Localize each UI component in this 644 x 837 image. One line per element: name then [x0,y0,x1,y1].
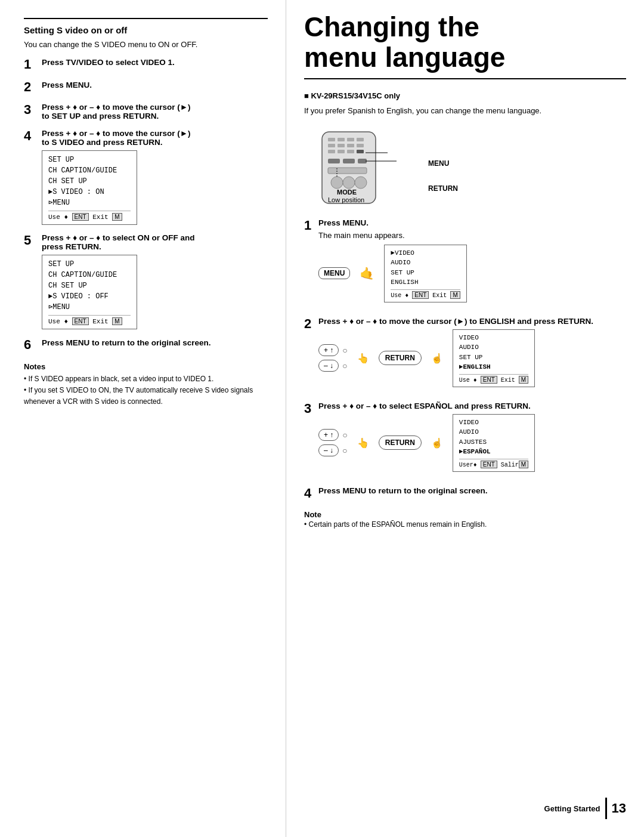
step-5-line1: Press + ♦ or – ♦ to select ON or OFF and [42,233,268,242]
svg-rect-12 [357,150,364,153]
svg-rect-9 [328,150,335,153]
right-screen-1: ►VIDEO AUDIO SET UP ENGLISH Use ♦ ENT Ex… [384,245,466,302]
right-note-title: Note [304,510,626,519]
svg-point-19 [355,177,367,189]
ctrl-btn-row-down: – ↓ ○ [318,360,348,372]
right-screen-3: VIDEO AUDIO AJUSTES ►ESPAÑOL User♦ ENT S… [453,414,535,472]
menu5-line2: CH CAPTION/GUIDE [48,270,131,280]
footer-bar [605,798,607,819]
step-5-content: Press + ♦ or – ♦ to select ON or OFF and… [42,233,268,329]
ctrl-btn-row-up-3: + ↑ ○ [318,429,348,441]
right-note: Note • Certain parts of the ESPAÑOL menu… [304,510,626,530]
menu-button-display: MENU [318,267,350,279]
step-5-menu: SET UP CH CAPTION/GUIDE CH SET UP ►S VID… [42,255,137,329]
right-step-2-num: 2 [304,317,318,331]
svg-rect-2 [338,138,345,141]
section-title: Setting S video on or off [24,25,268,35]
right-step-1: 1 Press MENU. The main menu appears. MEN… [304,218,626,307]
right-step-4-bold: Press MENU to return to the original scr… [318,486,626,495]
step-3-line2: to SET UP and press RETURN. [42,112,268,121]
right-step-1-row: MENU 🤙 ►VIDEO AUDIO SET UP ENGLISH Use ♦… [318,245,626,302]
right-step-1-bold: Press MENU. [318,218,626,227]
top-divider [24,18,268,19]
footer-page-number: 13 [612,801,626,816]
right-step-4: 4 Press MENU to return to the original s… [304,486,626,501]
step-4: 4 Press + ♦ or – ♦ to move the cursor (►… [24,129,268,225]
down-btn-3: – ↓ [318,444,339,456]
step-4-content: Press + ♦ or – ♦ to move the cursor (►) … [42,129,268,225]
step-6-text: Press MENU to return to the original scr… [42,338,211,347]
step-3-number: 3 [24,103,42,117]
right-step-4-num: 4 [304,486,318,501]
step-5: 5 Press + ♦ or – ♦ to select ON or OFF a… [24,233,268,329]
menu4-line2: CH CAPTION/GUIDE [48,165,131,176]
rscreen2-use: Use ♦ ENT Exit M [459,374,528,384]
rscreen2-l1: VIDEO [459,333,528,343]
svg-rect-4 [357,138,364,141]
right-intro: If you prefer Spanish to English, you ca… [304,105,626,117]
step-6: 6 Press MENU to return to the original s… [24,338,268,352]
svg-rect-15 [358,159,367,163]
remote-svg [304,129,423,206]
footer: Getting Started 13 [544,798,626,819]
note-2: • If you set S VIDEO to ON, the TV autom… [24,385,268,407]
step-2-content: Press MENU. [42,80,268,89]
menu4-line5: ⊳MENU [48,197,131,208]
menu4-use-line: Use ♦ ENT Exit M [48,211,131,221]
right-step-3-content: Press + ♦ or – ♦ to select ESPAÑOL and p… [318,401,626,477]
step-1-content: Press TV/VIDEO to select VIDEO 1. [42,57,268,67]
note-1: • If S VIDEO appears in black, set a vid… [24,373,268,385]
right-step-2-row: + ↑ ○ – ↓ ○ 👆 RETURN ☝ VIDEO AUDIO SET U… [318,329,626,387]
step-1-number: 1 [24,57,42,72]
step-5-line2: press RETURN. [42,242,268,251]
right-step-3: 3 Press + ♦ or – ♦ to select ESPAÑOL and… [304,401,626,477]
menu4-line1: SET UP [48,155,131,165]
rscreen1-l1: ►VIDEO [391,248,460,258]
svg-rect-8 [357,144,364,147]
right-step-4-content: Press MENU to return to the original scr… [318,486,626,499]
rscreen3-l1: VIDEO [459,418,528,428]
menu4-line4: ►S VIDEO : ON [48,187,131,197]
step-3: 3 Press + ♦ or – ♦ to move the cursor (►… [24,103,268,121]
step-1-text: Press TV/VIDEO to select VIDEO 1. [42,58,175,67]
hand-icon-1: 🤙 [360,266,374,280]
right-screen-2: VIDEO AUDIO SET UP ►ENGLISH Use ♦ ENT Ex… [453,329,535,387]
right-step-1-content: Press MENU. The main menu appears. MENU … [318,218,626,307]
return-label: RETURN [428,184,458,193]
hand-icon-2a: 👆 [357,353,369,364]
step-3-line1: Press + ♦ or – ♦ to move the cursor (►) [42,103,268,112]
remote-diagram: MENU RETURN MODE Low position [304,129,626,206]
right-step-3-bold: Press + ♦ or – ♦ to select ESPAÑOL and p… [318,401,626,410]
hand-icon-3a: 👆 [357,437,369,449]
step-2: 2 Press MENU. [24,80,268,94]
right-step-2-content: Press + ♦ or – ♦ to move the cursor (►) … [318,317,626,392]
rscreen3-use: User♦ ENT SalirM [459,459,528,468]
right-step-3-row: + ↑ ○ – ↓ ○ 👆 RETURN ☝ VIDEO AUDIO AJUST… [318,414,626,472]
svg-rect-3 [347,138,354,141]
svg-point-17 [331,177,343,189]
menu5-line5: ⊳MENU [48,302,131,313]
step-4-line1: Press + ♦ or – ♦ to move the cursor (►) [42,129,268,138]
svg-rect-7 [347,144,354,147]
menu5-line4: ►S VIDEO : OFF [48,291,131,302]
svg-rect-11 [347,150,354,153]
right-step-1-num: 1 [304,218,318,233]
svg-rect-14 [343,159,355,163]
step-4-menu: SET UP CH CAPTION/GUIDE CH SET UP ►S VID… [42,150,137,225]
rscreen1-use: Use ♦ ENT Exit M [391,289,460,299]
ctrl-btns-2: + ↑ ○ – ↓ ○ [318,344,348,372]
right-step-2-bold: Press + ♦ or – ♦ to move the cursor (►) … [318,317,626,326]
right-step-1-sub: The main menu appears. [318,231,626,240]
menu5-use-line: Use ♦ ENT Exit M [48,315,131,325]
rscreen1-l4: ENGLISH [391,277,460,288]
rscreen2-l4: ►ENGLISH [459,362,528,372]
step-3-content: Press + ♦ or – ♦ to move the cursor (►) … [42,103,268,121]
up-btn: + ↑ [318,344,339,356]
down-btn: – ↓ [318,360,339,372]
mode-label: MODE [337,189,357,196]
svg-point-18 [343,177,355,189]
model-note: KV-29RS15/34V15C only [304,91,626,100]
rscreen3-l3: AJUSTES [459,437,528,447]
ctrl-btns-3: + ↑ ○ – ↓ ○ [318,429,348,456]
intro-text: You can change the S VIDEO menu to ON or… [24,40,268,49]
